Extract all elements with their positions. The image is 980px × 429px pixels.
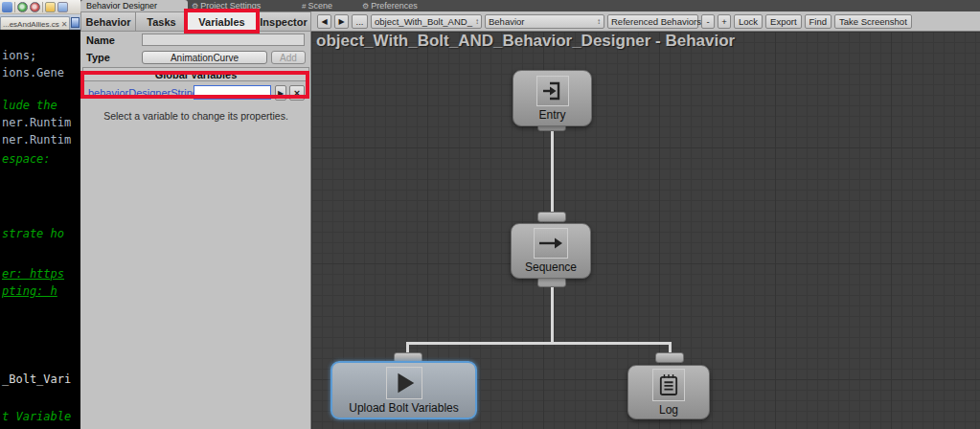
forward-icon: ▶: [338, 17, 344, 26]
find-button[interactable]: Find: [805, 14, 832, 29]
connection-sequence-branch: [551, 279, 554, 344]
scene-label: Scene: [308, 1, 332, 11]
referenced-behaviors-value: Referenced Behaviors: [611, 16, 701, 27]
search-forward-icon[interactable]: [17, 2, 28, 12]
log-clipboard-icon: [652, 369, 685, 401]
screenshot-root: ...esAndAllies.cs ✕ ions; ions.Gene lude…: [0, 0, 980, 429]
popup-arrow-icon: ↕: [594, 17, 601, 26]
code-line: ions;: [2, 49, 36, 62]
play-task-icon: [386, 367, 422, 399]
take-screenshot-button[interactable]: Take Screenshot: [834, 14, 912, 29]
log-in-connector[interactable]: [655, 352, 684, 363]
object-dropdown[interactable]: object_With_Bolt_AND_ ↕: [371, 14, 482, 29]
annotation-box-variable-row: [80, 71, 309, 99]
graph-toolbar: ◀ ▶ ... object_With_Bolt_AND_ ↕ Behavior…: [311, 11, 980, 32]
tab-tasks[interactable]: Tasks: [136, 11, 188, 32]
name-label: Name: [86, 34, 115, 46]
type-label: Type: [86, 52, 110, 63]
lock-button[interactable]: Lock: [734, 14, 763, 29]
code-line: espace:: [2, 152, 51, 166]
node-upload-label: Upload Bolt Variables: [349, 401, 459, 415]
document-icon: [71, 17, 80, 28]
code-line: _Bolt_Vari: [2, 373, 71, 386]
code-file-tab-label: ...esAndAllies.cs: [3, 20, 59, 29]
graph-canvas[interactable]: object_With_Bolt_AND_Behavior_Designer -…: [311, 32, 980, 429]
add-button-label: Add: [280, 53, 297, 63]
type-dropdown[interactable]: AnimationCurve: [142, 51, 267, 64]
gear-icon: ⚙: [362, 2, 369, 11]
export-button[interactable]: Export: [765, 14, 801, 29]
code-editor-pane: ...esAndAllies.cs ✕ ions; ions.Gene lude…: [0, 0, 80, 429]
window-icon[interactable]: [57, 2, 68, 12]
code-file-tab[interactable]: ...esAndAllies.cs ✕: [0, 16, 70, 30]
node-log-label: Log: [659, 403, 678, 417]
type-dropdown-value: AnimationCurve: [171, 53, 239, 63]
tab-behavior-label: Behavior: [85, 16, 130, 28]
add-behavior-button[interactable]: +: [718, 14, 731, 29]
remove-behavior-button[interactable]: -: [701, 14, 715, 29]
name-row: Name: [80, 32, 311, 49]
behavior-designer-window-tab[interactable]: Behavior Designer: [80, 0, 188, 11]
files-icon[interactable]: [2, 2, 12, 12]
plus-label: +: [721, 16, 727, 27]
preferences-label: Preferences: [371, 1, 418, 11]
scene-tab[interactable]: # Scene: [302, 0, 332, 11]
code-editor-tabbar: ...esAndAllies.cs ✕: [0, 14, 80, 30]
code-line-link[interactable]: er: https: [2, 267, 64, 281]
node-entry-label: Entry: [538, 108, 565, 122]
node-sequence-label: Sequence: [525, 260, 577, 274]
tab-tasks-label: Tasks: [147, 16, 175, 28]
window-lock-icon[interactable]: [45, 2, 56, 12]
toolbar-separator: [14, 2, 15, 12]
add-variable-button[interactable]: Add: [271, 51, 306, 64]
close-icon[interactable]: ✕: [61, 20, 68, 29]
node-upload-bolt-variables[interactable]: Upload Bolt Variables: [330, 361, 477, 419]
history-forward-button[interactable]: ▶: [334, 14, 349, 29]
node-sequence[interactable]: Sequence: [511, 223, 591, 279]
grid-icon: #: [302, 2, 306, 11]
variable-name-input[interactable]: [142, 34, 305, 46]
connection-entry-sequence: [551, 127, 554, 218]
entry-icon: [536, 76, 569, 106]
behavior-designer-window-tab-label: Behavior Designer: [86, 1, 157, 11]
find-label: Find: [809, 16, 827, 27]
variable-help-text: Select a variable to change its properti…: [80, 110, 311, 122]
code-line: t Variable: [2, 410, 71, 423]
behavior-dropdown[interactable]: Behavior ↕: [485, 14, 604, 29]
behavior-dropdown-value: Behavior: [489, 16, 525, 27]
take-screenshot-label: Take Screenshot: [839, 16, 907, 27]
type-row: Type AnimationCurve Add: [80, 49, 311, 66]
annotation-box-variables-tab: [184, 9, 260, 34]
graph-pane: ◀ ▶ ... object_With_Bolt_AND_ ↕ Behavior…: [311, 11, 980, 429]
code-editor-toolbar: [0, 0, 80, 14]
code-line: ner.Runtim: [2, 116, 71, 129]
lock-label: Lock: [739, 16, 758, 27]
sequence-in-connector[interactable]: [537, 212, 566, 222]
popup-arrow-icon: ↕: [472, 17, 479, 26]
code-line: lude the: [2, 99, 57, 112]
preferences-tab[interactable]: ⚙ Preferences: [362, 0, 418, 11]
code-line: strate ho: [2, 227, 64, 240]
connection-branch-horizontal: [406, 342, 672, 345]
code-editor-content[interactable]: ions; ions.Gene lude the ner.Runtim ner.…: [0, 30, 80, 429]
node-entry[interactable]: Entry: [513, 70, 592, 126]
code-line-link[interactable]: pting: h: [2, 284, 57, 298]
tab-behavior[interactable]: Behavior: [80, 11, 136, 32]
back-icon: ◀: [321, 17, 327, 26]
history-back-button[interactable]: ◀: [317, 14, 331, 29]
search-back-icon[interactable]: [30, 2, 40, 12]
object-dropdown-value: object_With_Bolt_AND_: [375, 16, 472, 27]
minus-label: -: [706, 16, 709, 27]
toolbar-separator: [42, 2, 43, 12]
code-line: ions.Gene: [2, 66, 64, 79]
node-log[interactable]: Log: [627, 365, 710, 419]
more-label: ...: [356, 16, 364, 27]
code-line: ner.Runtim: [2, 133, 71, 147]
graph-title: object_With_Bolt_AND_Behavior_Designer -…: [316, 32, 735, 51]
referenced-behaviors-dropdown[interactable]: Referenced Behaviors ↕: [607, 14, 698, 29]
sequence-icon: [534, 228, 568, 259]
tab-inspector-label: Inspector: [260, 16, 308, 28]
more-button[interactable]: ...: [352, 14, 368, 29]
export-label: Export: [770, 16, 796, 27]
tab-inspector[interactable]: Inspector: [257, 11, 311, 32]
